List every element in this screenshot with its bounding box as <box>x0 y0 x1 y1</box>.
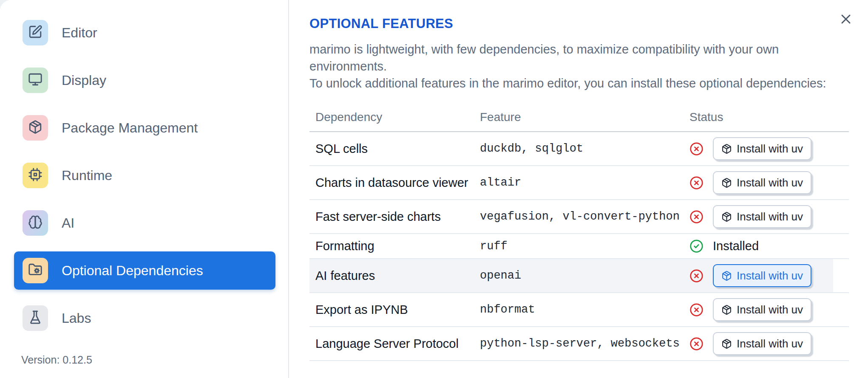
dependency-cell: Export as IPYNB <box>309 303 480 317</box>
status-cell: Install with uv <box>689 205 849 228</box>
install-button-label: Install with uv <box>737 176 803 189</box>
cpu-icon <box>28 167 43 183</box>
dependency-cell: SQL cells <box>309 142 480 156</box>
sidebar-item-label: Labs <box>62 310 91 326</box>
install-with-uv-button[interactable]: Install with uv <box>713 264 811 287</box>
column-header-feature: Feature <box>480 110 689 124</box>
close-button[interactable] <box>837 10 855 29</box>
dependency-cell: Formatting <box>309 239 480 253</box>
table-row-fast-server-side-charts: Fast server-side charts vegafusion, vl-c… <box>309 200 849 234</box>
feature-cell: ruff <box>480 240 689 253</box>
circle-x-icon <box>689 210 703 224</box>
table-row-language-server-protocol: Language Server Protocol python-lsp-serv… <box>309 327 849 361</box>
package-icon <box>721 271 732 281</box>
brain-icon <box>28 215 43 231</box>
package-icon <box>721 305 732 315</box>
status-cell: Install with uv <box>689 171 849 194</box>
edit-icon <box>28 25 43 41</box>
dependency-cell: Charts in datasource viewer <box>309 176 480 190</box>
dependency-cell: Fast server-side charts <box>309 210 480 224</box>
column-header-status: Status <box>689 110 849 124</box>
dependency-cell: Language Server Protocol <box>309 337 480 351</box>
table-row-sql-cells: SQL cells duckdb, sqlglot Install with u… <box>309 132 849 166</box>
panel-description: marimo is lightweight, with few dependen… <box>309 41 849 92</box>
description-line: To unlock additional features in the mar… <box>309 75 849 92</box>
circle-x-icon <box>689 337 703 351</box>
table-header-row: Dependency Feature Status <box>309 102 849 132</box>
optional-features-table: Dependency Feature Status SQL cells duck… <box>309 102 849 361</box>
table-row-export-as-ipynb: Export as IPYNB nbformat Install with uv <box>309 293 849 327</box>
install-with-uv-button[interactable]: Install with uv <box>713 298 811 321</box>
install-with-uv-button[interactable]: Install with uv <box>713 332 811 355</box>
package-icon <box>721 339 732 349</box>
sidebar-item-label: Display <box>62 73 106 88</box>
sidebar-item-labs[interactable]: Labs <box>14 299 275 337</box>
page-title: OPTIONAL FEATURES <box>309 16 849 31</box>
sidebar-item-editor[interactable]: Editor <box>14 14 275 52</box>
settings-dialog: Editor Display Package Management Runtim… <box>0 0 868 378</box>
description-line: marimo is lightweight, with few dependen… <box>309 41 849 75</box>
sidebar-item-icon-chip <box>23 305 48 331</box>
sidebar-item-package-management[interactable]: Package Management <box>14 109 275 147</box>
install-button-label: Install with uv <box>737 142 803 155</box>
sidebar-item-icon-chip <box>23 68 48 93</box>
install-button-label: Install with uv <box>737 337 803 350</box>
sidebar-item-label: Package Management <box>62 120 198 136</box>
sidebar-item-label: Runtime <box>62 168 112 183</box>
sidebar-item-label: Editor <box>62 25 97 41</box>
sidebar-item-ai[interactable]: AI <box>14 204 275 242</box>
column-header-dependency: Dependency <box>309 110 480 124</box>
settings-sidebar: Editor Display Package Management Runtim… <box>0 0 289 378</box>
feature-cell: vegafusion, vl-convert-python <box>480 210 689 223</box>
package-icon <box>721 212 732 222</box>
circle-x-icon <box>689 303 703 317</box>
sidebar-item-optional-dependencies[interactable]: Optional Dependencies <box>14 251 275 290</box>
circle-x-icon <box>689 176 703 190</box>
dependency-cell: AI features <box>309 269 480 283</box>
install-with-uv-button[interactable]: Install with uv <box>713 137 811 160</box>
table-body: SQL cells duckdb, sqlglot Install with u… <box>309 132 849 361</box>
install-button-label: Install with uv <box>737 269 803 282</box>
table-row-formatting: Formatting ruff Installed <box>309 234 849 259</box>
package-icon <box>721 178 732 188</box>
version-label: Version: 0.12.5 <box>21 354 92 366</box>
feature-cell: nbformat <box>480 303 689 316</box>
status-cell: Install with uv <box>689 137 849 160</box>
optional-features-panel: OPTIONAL FEATURES marimo is lightweight,… <box>290 0 868 378</box>
feature-cell: openai <box>480 269 689 282</box>
circle-check-icon <box>689 239 703 253</box>
status-cell: Install with uv <box>689 264 849 287</box>
status-cell: Install with uv <box>689 298 849 321</box>
sidebar-item-runtime[interactable]: Runtime <box>14 156 275 195</box>
install-with-uv-button[interactable]: Install with uv <box>713 171 811 194</box>
sidebar-item-label: Optional Dependencies <box>62 263 203 279</box>
monitor-icon <box>28 72 43 88</box>
sidebar-item-icon-chip <box>23 210 48 236</box>
feature-cell: duckdb, sqlglot <box>480 142 689 155</box>
circle-x-icon <box>689 269 703 283</box>
sidebar-item-display[interactable]: Display <box>14 61 275 99</box>
feature-cell: altair <box>480 176 689 189</box>
table-row-ai-features: AI features openai Install with uv <box>309 259 849 293</box>
flask-icon <box>28 310 43 326</box>
circle-x-icon <box>689 142 703 156</box>
install-with-uv-button[interactable]: Install with uv <box>713 205 811 228</box>
installed-status-label: Installed <box>713 239 759 253</box>
sidebar-item-icon-chip <box>23 115 48 141</box>
close-icon <box>838 11 854 28</box>
package-icon <box>721 144 732 154</box>
status-cell: Install with uv <box>689 332 849 355</box>
sidebar-item-label: AI <box>62 215 74 231</box>
install-button-label: Install with uv <box>737 303 803 316</box>
sidebar-item-icon-chip <box>23 20 48 45</box>
status-cell: Installed <box>689 239 849 253</box>
package-icon <box>28 120 43 136</box>
table-row-charts-in-datasource-viewer: Charts in datasource viewer altair Insta… <box>309 166 849 200</box>
sidebar-item-icon-chip <box>23 163 48 188</box>
install-button-label: Install with uv <box>737 210 803 223</box>
sidebar-item-icon-chip <box>23 258 48 283</box>
folder-gear-icon <box>28 262 43 279</box>
sidebar-nav: Editor Display Package Management Runtim… <box>0 0 288 337</box>
feature-cell: python-lsp-server, websockets <box>480 337 689 350</box>
